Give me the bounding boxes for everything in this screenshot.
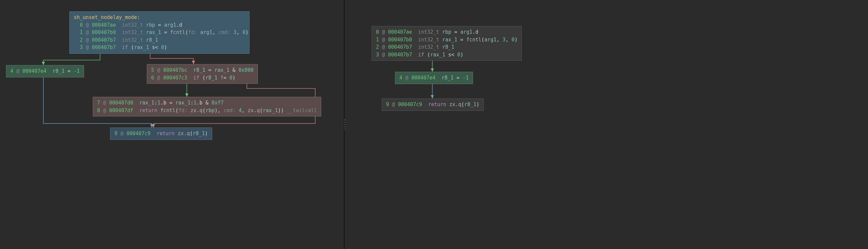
splitter-grip-icon bbox=[344, 120, 345, 129]
block-4[interactable]: 4 @ 000407e4 r8_1 = -1 bbox=[6, 65, 84, 77]
block-9-right[interactable]: 9 @ 000407c9 return zx.q(r8_1) bbox=[382, 98, 484, 111]
code-line: 0 @ 000407ae int32_t rbp = arg1.d bbox=[376, 28, 518, 36]
code-line: 1 @ 000407b0 int32_t rax_1 = fcntl(arg1,… bbox=[376, 36, 518, 44]
code-line: 6 @ 000407c3 if (r8_1 != 0) bbox=[151, 74, 253, 82]
svg-marker-5 bbox=[431, 68, 434, 72]
svg-marker-1 bbox=[192, 61, 195, 64]
code-line: 0 @ 000407ae int32_t rbp = arg1.d bbox=[74, 21, 245, 29]
block-7-8[interactable]: 7 @ 000407d0 rax_1:1.b = rax_1:1.b & 0xf… bbox=[93, 97, 321, 117]
code-line: 3 @ 000407b7 if (rax_1 s< 0) bbox=[74, 44, 245, 52]
left-graph-pane[interactable]: sh_unset_nodelay_mode: 0 @ 000407ae int3… bbox=[0, 0, 343, 249]
svg-marker-4 bbox=[150, 124, 153, 127]
block-entry[interactable]: sh_unset_nodelay_mode: 0 @ 000407ae int3… bbox=[69, 11, 250, 54]
code-line: 2 @ 000407b7 int32_t r8_1 bbox=[74, 36, 245, 44]
function-name: sh_unset_nodelay_mode: bbox=[74, 14, 245, 21]
code-line: 3 @ 000407b7 if (rax_1 s< 0) bbox=[376, 51, 518, 59]
svg-marker-2 bbox=[185, 93, 188, 97]
svg-marker-0 bbox=[42, 62, 45, 65]
block-4-right[interactable]: 4 @ 000407e4 r8_1 = -1 bbox=[395, 72, 473, 84]
block-entry-right[interactable]: 0 @ 000407ae int32_t rbp = arg1.d 1 @ 00… bbox=[372, 26, 522, 61]
code-line: 5 @ 000407bc r8_1 = rax_1 & 0x800 bbox=[151, 66, 253, 74]
code-line: 7 @ 000407d0 rax_1:1.b = rax_1:1.b & 0xf… bbox=[97, 99, 317, 107]
right-graph-pane[interactable]: 0 @ 000407ae int32_t rbp = arg1.d 1 @ 00… bbox=[346, 0, 868, 249]
code-line: 1 @ 000407b0 int32_t rax_1 = fcntl(fd: a… bbox=[74, 29, 245, 36]
code-line: 2 @ 000407b7 int32_t r8_1 bbox=[376, 43, 518, 51]
svg-marker-3 bbox=[152, 124, 155, 127]
pane-splitter[interactable] bbox=[343, 0, 346, 249]
block-9[interactable]: 9 @ 000407c9 return zx.q(r8_1) bbox=[110, 127, 212, 140]
block-5-6[interactable]: 5 @ 000407bc r8_1 = rax_1 & 0x800 6 @ 00… bbox=[147, 64, 258, 84]
code-line: 8 @ 000407df return fcntl(fd: zx.q(rbp),… bbox=[97, 107, 317, 115]
svg-marker-6 bbox=[431, 95, 434, 98]
